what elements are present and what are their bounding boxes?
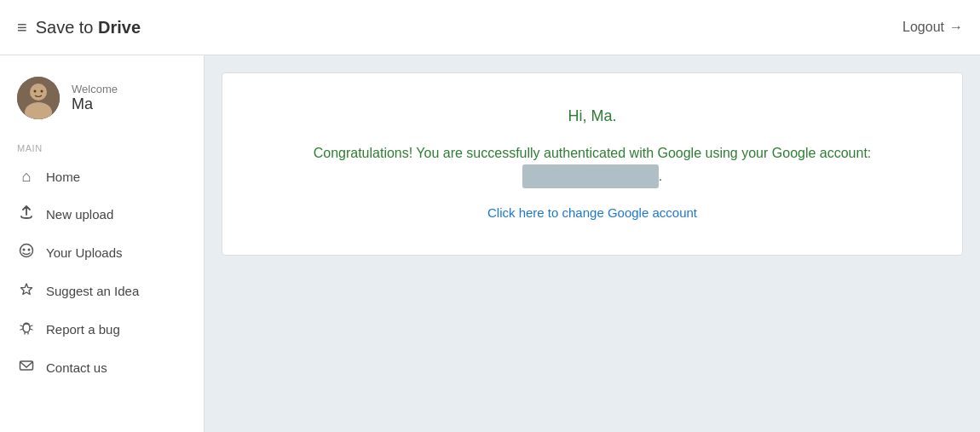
suggest-icon: [17, 281, 36, 301]
svg-point-1: [30, 84, 47, 101]
svg-point-4: [41, 90, 43, 93]
user-name: Ma: [72, 95, 118, 113]
svg-rect-9: [20, 361, 33, 370]
welcome-card: Hi, Ma. Congratulations! You are success…: [222, 72, 963, 256]
menu-icon[interactable]: ≡: [17, 18, 27, 37]
sidebar-item-label: Contact us: [46, 360, 107, 375]
sidebar-item-report-bug[interactable]: Report a bug: [0, 310, 204, 348]
email-suffix: .: [659, 169, 662, 183]
brand: ≡ Save to Drive: [17, 18, 141, 37]
sidebar-item-label: Home: [46, 170, 80, 184]
home-icon: ⌂: [17, 168, 36, 186]
congrats-text: Congratulations! You are successfully au…: [303, 142, 882, 188]
logout-button[interactable]: Logout →: [902, 20, 963, 35]
sidebar-item-label: Report a bug: [46, 322, 120, 337]
sidebar-section-main: MAIN: [0, 136, 204, 158]
svg-point-7: [28, 249, 31, 251]
bug-icon: [17, 320, 36, 339]
user-profile: Welcome Ma: [0, 64, 204, 136]
greeting-text: Hi, Ma.: [248, 107, 937, 125]
sidebar-item-your-uploads[interactable]: Your Uploads: [0, 233, 204, 272]
sidebar-item-new-upload[interactable]: New upload: [0, 195, 204, 233]
app-title: Save to Drive: [36, 18, 141, 37]
uploads-icon: [17, 243, 36, 262]
contact-icon: [17, 358, 36, 377]
sidebar: Welcome Ma MAIN ⌂ Home New upload: [0, 55, 205, 432]
sidebar-item-contact-us[interactable]: Contact us: [0, 348, 204, 387]
main-content: Hi, Ma. Congratulations! You are success…: [205, 55, 980, 432]
sidebar-item-label: Suggest an Idea: [46, 284, 139, 298]
sidebar-item-label: Your Uploads: [46, 245, 123, 260]
svg-point-3: [34, 90, 37, 93]
avatar-image: [17, 77, 60, 119]
sidebar-item-suggest-idea[interactable]: Suggest an Idea: [0, 272, 204, 310]
upload-icon: [17, 204, 36, 224]
avatar: [17, 77, 60, 119]
welcome-label: Welcome: [72, 83, 118, 95]
sidebar-item-home[interactable]: ⌂ Home: [0, 158, 204, 195]
change-account-link[interactable]: Click here to change Google account: [487, 205, 697, 220]
layout: Welcome Ma MAIN ⌂ Home New upload: [0, 55, 980, 432]
sidebar-item-label: New upload: [46, 207, 113, 222]
svg-point-8: [23, 324, 30, 332]
app-header: ≡ Save to Drive Logout →: [0, 0, 980, 55]
email-blurred: [522, 164, 659, 188]
logout-icon: →: [949, 20, 963, 35]
svg-point-6: [23, 249, 26, 251]
user-info: Welcome Ma: [72, 83, 118, 113]
